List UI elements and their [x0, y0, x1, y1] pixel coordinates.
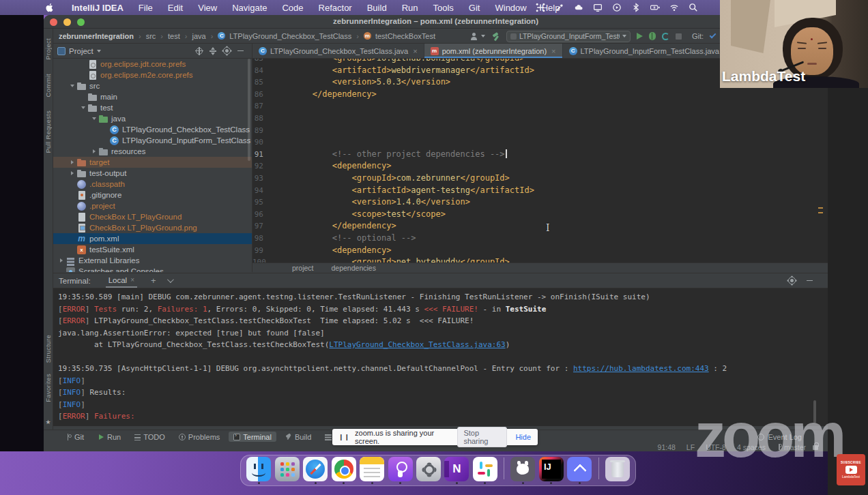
project-tree-item[interactable]: resources — [53, 146, 252, 157]
stop-button[interactable] — [676, 33, 682, 40]
close-tab-icon[interactable]: × — [413, 47, 417, 55]
battery-icon[interactable] — [650, 3, 660, 12]
toolwindow-button-git[interactable]: Git — [60, 432, 89, 442]
editor-tab[interactable]: CLTPlayGround_InputForm_TestClass.java× — [563, 44, 736, 58]
menu-view[interactable]: View — [190, 3, 225, 13]
pause-share-icon[interactable]: ❙❙ — [338, 434, 350, 440]
breadcrumb-item[interactable]: java — [190, 32, 207, 40]
project-tree-item[interactable]: External Libraries — [53, 255, 252, 266]
breadcrumb-item[interactable]: LTPlayGround_Checkbox_TestClass — [228, 32, 353, 40]
toolwindow-button-terminal[interactable]: Terminal — [229, 432, 276, 442]
menu-run[interactable]: Run — [394, 3, 426, 13]
breadcrumb-item[interactable]: testCheckBoxTest — [374, 32, 437, 40]
tree-expanded-arrow[interactable] — [90, 117, 98, 120]
drone-icon[interactable] — [536, 3, 545, 12]
breadcrumb-project[interactable]: project — [292, 264, 314, 272]
menu-intellij-idea[interactable]: IntelliJ IDEA — [64, 3, 131, 13]
toolwindow-button-todo[interactable]: TODO — [130, 432, 170, 442]
project-tree-item[interactable]: target — [53, 157, 252, 168]
project-tree-item[interactable]: main — [53, 91, 252, 102]
editor-tab[interactable]: mpom.xml (zebrunnerIntegration)× — [424, 44, 563, 58]
line-ending[interactable]: LF — [686, 443, 695, 451]
menu-file[interactable]: File — [131, 3, 160, 13]
project-panel-title[interactable]: Project — [69, 47, 93, 55]
project-tree-item[interactable]: xtestSuite.xml — [53, 244, 252, 255]
toolwindow-button-problems[interactable]: Problems — [174, 432, 225, 442]
project-tree-item[interactable]: Scratches and Consoles — [53, 266, 252, 272]
profiler-button[interactable] — [662, 33, 669, 40]
user-account-icon[interactable] — [469, 32, 478, 41]
collapse-all-icon[interactable] — [209, 50, 216, 52]
project-tree-item[interactable]: test-output — [53, 168, 252, 179]
chevron-down-icon[interactable] — [97, 50, 101, 52]
tree-expanded-arrow[interactable] — [68, 85, 76, 87]
project-tree-item[interactable]: CLTPlayGround_InputForm_TestClass — [53, 135, 252, 146]
dock-trash[interactable] — [605, 457, 630, 484]
gear-icon[interactable] — [788, 277, 796, 284]
editor-tab[interactable]: CLTPlayGround_Checkbox_TestClass.java× — [252, 44, 424, 58]
stop-sharing-button[interactable]: Stop sharing — [457, 427, 507, 447]
chevron-down-icon[interactable] — [167, 276, 174, 283]
subscribe-badge[interactable]: SUBSCRIBE LambdaTest — [837, 454, 865, 485]
breadcrumb-item[interactable]: zebrunnerIntegration — [57, 32, 135, 40]
run-configuration-select[interactable]: LTPlayGround_InputForm_TestClass — [506, 31, 631, 42]
dock-chrome[interactable] — [331, 457, 356, 484]
dock-github[interactable] — [510, 457, 535, 484]
breadcrumb-item[interactable]: test — [167, 32, 182, 40]
menu-refactor[interactable]: Refactor — [311, 3, 360, 13]
new-terminal-icon[interactable]: + — [151, 275, 156, 286]
project-tree-item[interactable]: test — [53, 102, 252, 113]
caret-position[interactable]: 91:48 — [658, 443, 676, 451]
project-tree-item[interactable]: .project — [53, 200, 252, 211]
tool-strip-pull-requests[interactable]: Pull Requests — [44, 110, 52, 153]
menu-build[interactable]: Build — [360, 3, 394, 13]
tool-strip-project[interactable]: Project — [44, 38, 52, 60]
gear-icon[interactable] — [223, 47, 231, 55]
terminal-link[interactable]: https://hub.lambdatest.com:443 — [573, 364, 709, 373]
dock-intellij[interactable] — [539, 457, 564, 484]
dock-launchpad[interactable] — [274, 457, 299, 484]
project-tree-item[interactable]: org.eclipse.m2e.core.prefs — [53, 70, 252, 80]
close-tab-icon[interactable]: × — [551, 47, 555, 55]
hide-panel-icon[interactable] — [807, 280, 813, 282]
build-hammer-icon[interactable] — [491, 32, 500, 41]
record-icon[interactable] — [612, 3, 622, 12]
dock-slack[interactable] — [473, 457, 497, 484]
project-tree-item[interactable]: .classpath — [53, 179, 252, 190]
menu-git[interactable]: Git — [461, 3, 488, 13]
screen-share-icon[interactable] — [593, 3, 603, 12]
dock-podcasts[interactable] — [388, 457, 412, 484]
breadcrumb-dependencies[interactable]: dependencies — [332, 264, 376, 272]
bluetooth-icon[interactable] — [631, 3, 641, 12]
dock-lt-browser[interactable] — [567, 457, 592, 484]
dock-safari[interactable] — [303, 457, 328, 484]
toolwindow-button-build[interactable]: Build — [280, 432, 316, 442]
menu-navigate[interactable]: Navigate — [225, 3, 274, 13]
menu-window[interactable]: Window — [487, 3, 534, 13]
cloud-icon[interactable] — [574, 3, 583, 12]
locate-file-icon[interactable] — [196, 48, 203, 55]
terminal-link[interactable]: LTPlayGround_Checkbox_TestClass.java:63 — [329, 340, 505, 349]
hide-button[interactable]: Hide — [515, 433, 531, 441]
tree-collapsed-arrow[interactable] — [68, 160, 76, 164]
tree-collapsed-arrow[interactable] — [68, 171, 76, 175]
project-tree-item[interactable]: java — [53, 113, 252, 124]
wifi-icon[interactable] — [669, 3, 679, 12]
search-icon[interactable] — [689, 3, 698, 12]
breadcrumb-item[interactable]: src — [145, 32, 158, 40]
project-tree-item[interactable]: .gitignore — [53, 190, 252, 200]
menu-edit[interactable]: Edit — [160, 3, 190, 13]
menu-tools[interactable]: Tools — [425, 3, 461, 13]
close-icon[interactable]: × — [130, 276, 134, 284]
dock-onenote[interactable] — [444, 457, 469, 484]
project-tree-item[interactable]: CLTPlayGround_Checkbox_TestClass — [53, 124, 252, 135]
project-tree-item[interactable]: mpom.xml — [53, 233, 252, 244]
toolwindow-button-run[interactable]: Run — [93, 432, 126, 442]
tools-icon[interactable] — [555, 3, 564, 12]
project-scrollbar[interactable] — [248, 59, 250, 161]
debug-button[interactable] — [649, 32, 656, 40]
tool-strip-commit[interactable]: Commit — [44, 74, 52, 97]
dock-finder[interactable] — [246, 457, 271, 484]
tree-collapsed-arrow[interactable] — [57, 258, 66, 262]
tool-strip-structure[interactable]: Structure — [44, 335, 52, 363]
